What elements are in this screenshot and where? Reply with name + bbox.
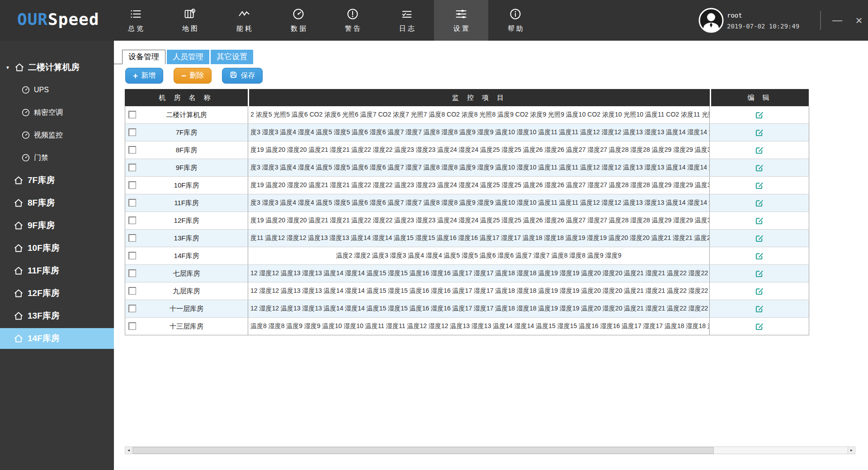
nav-item-data[interactable]: 数据 bbox=[271, 0, 326, 41]
map-icon bbox=[184, 8, 196, 20]
gauge-icon bbox=[22, 86, 30, 94]
edit-button[interactable] bbox=[755, 234, 764, 243]
edit-button[interactable] bbox=[755, 251, 764, 260]
room-name: 8F库房 bbox=[176, 146, 198, 155]
sidebar: ▼ 二楼计算机房 UPS 精密空调 视频监控 门禁 7F库房 8F库房 9F库房… bbox=[0, 41, 114, 470]
add-button[interactable]: + 新增 bbox=[125, 68, 163, 84]
edit-button[interactable] bbox=[755, 163, 764, 172]
tab-other-settings[interactable]: 其它设置 bbox=[211, 50, 253, 64]
home-icon bbox=[14, 334, 24, 343]
room-name: 14F库房 bbox=[174, 252, 199, 260]
sidebar-item-label: 视频监控 bbox=[34, 131, 63, 140]
column-header-monitor-items: 监 控 项 目 bbox=[248, 89, 710, 106]
tab-personnel-management[interactable]: 人员管理 bbox=[167, 50, 209, 64]
edit-button[interactable] bbox=[755, 269, 764, 278]
row-checkbox[interactable] bbox=[128, 164, 136, 171]
nav-item-overview[interactable]: 总览 bbox=[108, 0, 163, 41]
row-checkbox[interactable] bbox=[128, 216, 136, 224]
tab-device-management[interactable]: 设备管理 bbox=[122, 50, 165, 64]
save-button[interactable]: 保存 bbox=[222, 68, 263, 84]
sidebar-item-2f-computer-room[interactable]: ▼ 二楼计算机房 bbox=[0, 57, 114, 78]
room-cell: 11F库房 bbox=[125, 194, 248, 212]
sidebar-item-10f[interactable]: 10F库房 bbox=[0, 238, 114, 258]
username: root bbox=[727, 12, 742, 19]
room-name: 十三层库房 bbox=[170, 322, 203, 331]
room-name: 11F库房 bbox=[174, 199, 199, 207]
sidebar-item-8f[interactable]: 8F库房 bbox=[0, 193, 114, 213]
table-row: 8F库房 度19 温度20 湿度20 温度21 湿度21 温度22 湿度22 温… bbox=[125, 141, 809, 159]
row-checkbox[interactable] bbox=[128, 128, 136, 136]
nav-item-map[interactable]: 地图 bbox=[163, 0, 217, 41]
nav-item-log[interactable]: 日志 bbox=[380, 0, 434, 41]
sidebar-item-12f[interactable]: 12F库房 bbox=[0, 283, 114, 304]
nav-label: 日志 bbox=[399, 24, 416, 33]
close-button[interactable]: × bbox=[850, 0, 868, 41]
gauge-icon bbox=[292, 8, 305, 20]
sidebar-item-label: 13F库房 bbox=[28, 310, 60, 322]
edit-button[interactable] bbox=[755, 287, 764, 296]
sidebar-item-access-control[interactable]: 门禁 bbox=[0, 147, 114, 168]
edit-button[interactable] bbox=[755, 198, 764, 207]
row-checkbox[interactable] bbox=[128, 322, 136, 330]
sidebar-item-14f[interactable]: 14F库房 bbox=[0, 328, 114, 349]
sidebar-item-label: 12F库房 bbox=[28, 287, 60, 299]
sidebar-item-label: 14F库房 bbox=[28, 333, 60, 344]
room-name: 13F库房 bbox=[174, 234, 199, 243]
table-row: 13F库房 度11 温度12 湿度12 温度13 湿度13 温度14 湿度14 … bbox=[125, 230, 809, 247]
scroll-left-arrow[interactable]: ◄ bbox=[125, 447, 132, 454]
row-checkbox[interactable] bbox=[128, 199, 136, 207]
sidebar-item-9f[interactable]: 9F库房 bbox=[0, 215, 114, 236]
edit-button[interactable] bbox=[755, 146, 764, 155]
monitor-items: 度19 温度20 湿度20 温度21 湿度21 温度22 湿度22 温度23 湿… bbox=[248, 177, 710, 194]
nav-item-help[interactable]: 帮助 bbox=[488, 0, 542, 41]
save-icon bbox=[230, 71, 237, 80]
row-checkbox[interactable] bbox=[128, 269, 136, 277]
row-checkbox[interactable] bbox=[128, 111, 136, 118]
main-content: 设备管理 人员管理 其它设置 + 新增 − 删除 保存 机 房 名 称 监 控 … bbox=[114, 41, 868, 470]
sidebar-item-label: 11F库房 bbox=[28, 265, 59, 277]
monitor-items: 2 浓度5 光照5 温度6 CO2 浓度6 光照6 温度7 CO2 浓度7 光照… bbox=[248, 106, 710, 123]
sidebar-item-ups[interactable]: UPS bbox=[0, 80, 114, 100]
row-checkbox[interactable] bbox=[128, 181, 136, 189]
room-cell: 七层库房 bbox=[125, 265, 248, 282]
delete-button[interactable]: − 删除 bbox=[174, 68, 212, 84]
horizontal-scrollbar[interactable]: ◄ ► bbox=[125, 446, 855, 454]
sidebar-item-11f[interactable]: 11F库房 bbox=[0, 260, 114, 281]
room-name: 九层库房 bbox=[173, 287, 200, 296]
monitor-items: 度3 湿度3 温度4 湿度4 温度5 湿度5 温度6 湿度6 温度7 湿度7 温… bbox=[248, 124, 710, 141]
edit-button[interactable] bbox=[755, 216, 764, 225]
monitor-items: 温度2 湿度2 温度3 湿度3 温度4 湿度4 温度5 湿度5 温度6 湿度6 … bbox=[248, 247, 710, 264]
row-checkbox[interactable] bbox=[128, 234, 136, 242]
scroll-right-arrow[interactable]: ► bbox=[848, 447, 855, 454]
monitor-items: 度11 温度12 湿度12 温度13 湿度13 温度14 湿度14 温度15 湿… bbox=[248, 230, 710, 247]
row-checkbox[interactable] bbox=[128, 252, 136, 259]
nav-item-settings[interactable]: 设置 bbox=[434, 0, 488, 41]
row-checkbox[interactable] bbox=[128, 287, 136, 295]
nav-item-energy[interactable]: 能耗 bbox=[217, 0, 271, 41]
nav-item-alert[interactable]: 警告 bbox=[326, 0, 380, 41]
sidebar-item-video-monitor[interactable]: 视频监控 bbox=[0, 125, 114, 146]
monitor-items: 12 湿度12 温度13 湿度13 温度14 湿度14 温度15 湿度15 温度… bbox=[248, 300, 710, 317]
sidebar-item-precision-ac[interactable]: 精密空调 bbox=[0, 102, 114, 123]
edit-button[interactable] bbox=[755, 304, 764, 313]
room-name: 12F库房 bbox=[174, 216, 199, 225]
home-icon bbox=[14, 288, 24, 298]
room-cell: 13F库房 bbox=[125, 230, 248, 247]
minimize-button[interactable]: — bbox=[828, 0, 846, 41]
tab-underline bbox=[114, 64, 122, 64]
table-row: 10F库房 度19 温度20 湿度20 温度21 湿度21 温度22 湿度22 … bbox=[125, 177, 809, 194]
edit-button[interactable] bbox=[755, 110, 764, 119]
sidebar-item-13f[interactable]: 13F库房 bbox=[0, 306, 114, 326]
row-checkbox[interactable] bbox=[128, 146, 136, 154]
sidebar-item-7f[interactable]: 7F库房 bbox=[0, 170, 114, 191]
table-row: 二楼计算机房 2 浓度5 光照5 温度6 CO2 浓度6 光照6 温度7 CO2… bbox=[125, 106, 809, 124]
column-header-room-name: 机 房 名 称 bbox=[125, 89, 248, 106]
edit-button[interactable] bbox=[755, 181, 764, 190]
room-cell: 九层库房 bbox=[125, 282, 248, 300]
nav-label: 能耗 bbox=[236, 24, 254, 33]
row-checkbox[interactable] bbox=[128, 305, 136, 312]
scrollbar-thumb[interactable] bbox=[133, 447, 714, 454]
sidebar-item-label: 精密空调 bbox=[34, 108, 63, 118]
edit-button[interactable] bbox=[755, 128, 764, 137]
edit-button[interactable] bbox=[755, 322, 764, 331]
